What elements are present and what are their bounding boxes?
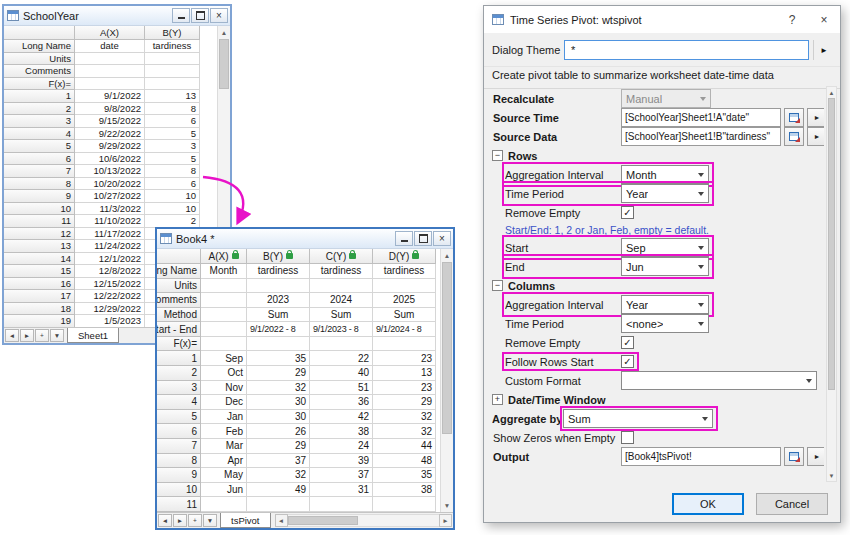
row-number[interactable]: 19 <box>4 315 75 327</box>
value-cell[interactable] <box>247 497 310 512</box>
scroll-track[interactable] <box>827 98 836 470</box>
sheet-tab[interactable]: tsPivot <box>220 513 271 528</box>
row-number[interactable]: 15 <box>4 265 75 278</box>
column-header-b[interactable]: B(Y) <box>145 26 200 40</box>
row-label[interactable]: F(x)= <box>4 78 75 91</box>
row-number[interactable]: 1 <box>157 351 201 366</box>
cell[interactable]: 2023 <box>247 293 310 308</box>
scroll-up-icon[interactable]: ▲ <box>218 26 230 39</box>
month-cell[interactable]: Feb <box>201 424 247 439</box>
row-number[interactable]: 16 <box>4 278 75 291</box>
cell[interactable] <box>75 78 145 91</box>
cell[interactable] <box>75 65 145 78</box>
collapse-icon[interactable]: − <box>492 280 503 291</box>
add-sheet-button[interactable]: + <box>188 514 202 527</box>
value-cell[interactable]: 38 <box>373 483 436 498</box>
columns-time-period-select[interactable]: <none> <box>621 314 709 333</box>
row-number[interactable]: 5 <box>157 410 201 425</box>
close-button[interactable]: × <box>210 8 228 23</box>
value-cell[interactable]: 32 <box>373 410 436 425</box>
value-cell[interactable]: 40 <box>310 366 373 381</box>
range-picker-button[interactable] <box>784 127 804 146</box>
date-cell[interactable]: 12/22/2022 <box>75 290 145 303</box>
row-number[interactable]: 12 <box>4 228 75 241</box>
row-number[interactable]: 2 <box>157 366 201 381</box>
column-header-d[interactable]: D(Y) <box>373 249 436 264</box>
row-number[interactable]: 11 <box>157 497 201 512</box>
value-cell[interactable] <box>310 497 373 512</box>
column-header-c[interactable]: C(Y) <box>310 249 373 264</box>
row-number[interactable]: 2 <box>4 103 75 116</box>
value-cell[interactable]: 38 <box>310 424 373 439</box>
cell[interactable]: tardiness <box>145 40 200 53</box>
value-cell[interactable]: 37 <box>247 454 310 469</box>
cell[interactable]: Month <box>201 264 247 279</box>
value-cell[interactable]: 10 <box>145 190 200 203</box>
scroll-thumb[interactable] <box>828 98 835 390</box>
range-picker-button[interactable] <box>784 108 804 127</box>
close-button[interactable]: × <box>433 231 451 246</box>
cell[interactable]: tardiness <box>247 264 310 279</box>
row-number[interactable]: 18 <box>4 303 75 316</box>
cell[interactable] <box>247 279 310 294</box>
value-cell[interactable]: 44 <box>373 439 436 454</box>
rows-remove-empty-checkbox[interactable]: ✓ <box>621 206 634 219</box>
horizontal-scrollbar[interactable]: ◄ ► <box>275 514 452 527</box>
value-cell[interactable]: 32 <box>247 468 310 483</box>
value-cell[interactable]: 3 <box>145 140 200 153</box>
month-cell[interactable]: Jan <box>201 410 247 425</box>
row-number[interactable]: 4 <box>4 128 75 141</box>
value-cell[interactable]: 49 <box>247 483 310 498</box>
row-number[interactable]: 3 <box>157 381 201 396</box>
value-cell[interactable]: 32 <box>373 424 436 439</box>
date-cell[interactable]: 10/13/2022 <box>75 165 145 178</box>
cell[interactable] <box>201 279 247 294</box>
schoolyear-titlebar[interactable]: SchoolYear × <box>4 6 230 26</box>
value-cell[interactable]: 13 <box>373 366 436 381</box>
row-label[interactable]: Start - End <box>157 322 201 337</box>
cell[interactable]: Sum <box>373 308 436 323</box>
month-cell[interactable]: Jun <box>201 483 247 498</box>
value-cell[interactable]: 31 <box>310 483 373 498</box>
value-cell[interactable]: 23 <box>373 351 436 366</box>
scroll-up-icon[interactable]: ▲ <box>827 87 836 98</box>
tab-scroll-right-button[interactable]: ► <box>173 514 187 527</box>
value-cell[interactable]: 30 <box>247 395 310 410</box>
date-cell[interactable]: 11/10/2022 <box>75 215 145 228</box>
value-cell[interactable]: 24 <box>310 439 373 454</box>
month-cell[interactable]: Dec <box>201 395 247 410</box>
minimize-button[interactable] <box>172 8 190 23</box>
row-number[interactable]: 9 <box>4 190 75 203</box>
cell[interactable]: 2024 <box>310 293 373 308</box>
maximize-button[interactable] <box>414 231 432 246</box>
cell[interactable]: date <box>75 40 145 53</box>
source-data-input[interactable]: [SchoolYear]Sheet1!B"tardiness" <box>621 127 781 146</box>
scroll-thumb[interactable] <box>442 262 452 434</box>
maximize-button[interactable] <box>191 8 209 23</box>
value-cell[interactable]: 26 <box>247 424 310 439</box>
cell[interactable] <box>201 337 247 352</box>
value-cell[interactable]: 29 <box>373 395 436 410</box>
vertical-scrollbar[interactable]: ▲ ▼ <box>440 249 453 512</box>
value-cell[interactable]: 51 <box>310 381 373 396</box>
column-header-b[interactable]: B(Y) <box>247 249 310 264</box>
row-label[interactable]: Units <box>4 53 75 66</box>
cell[interactable]: 2025 <box>373 293 436 308</box>
cell[interactable] <box>145 65 200 78</box>
column-header-a[interactable]: A(X) <box>201 249 247 264</box>
row-number[interactable]: 3 <box>4 115 75 128</box>
scroll-track[interactable] <box>288 514 439 527</box>
scroll-left-icon[interactable]: ◄ <box>275 514 288 527</box>
row-number[interactable]: 4 <box>157 395 201 410</box>
date-cell[interactable]: 10/6/2022 <box>75 153 145 166</box>
value-cell[interactable]: 8 <box>145 165 200 178</box>
row-number[interactable]: 9 <box>157 468 201 483</box>
row-number[interactable]: 7 <box>4 165 75 178</box>
add-sheet-button[interactable]: + <box>35 329 49 342</box>
cell[interactable]: tardiness <box>310 264 373 279</box>
value-cell[interactable]: 23 <box>373 381 436 396</box>
value-cell[interactable]: 35 <box>247 351 310 366</box>
value-cell[interactable]: 30 <box>247 410 310 425</box>
cell[interactable]: 9/1/2024 - 8 <box>373 322 436 337</box>
row-label[interactable]: F(x)= <box>157 337 201 352</box>
